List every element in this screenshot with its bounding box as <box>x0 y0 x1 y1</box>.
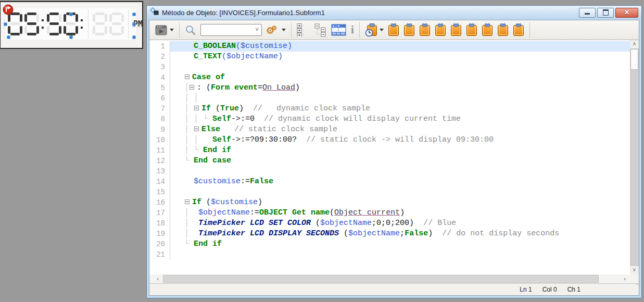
code-line[interactable]: 21 <box>149 249 630 260</box>
token-guide: └ <box>175 240 194 248</box>
code-line[interactable]: 20 └ End if <box>149 239 630 249</box>
code-line[interactable]: 3 <box>149 62 630 72</box>
code-text[interactable]: │ TimePicker LCD SET COLOR ($objectName;… <box>170 218 630 229</box>
code-text[interactable]: └ End case <box>170 156 630 166</box>
scroll-down-icon[interactable]: ˅ <box>630 266 639 274</box>
chevron-down-icon[interactable]: ˅ <box>256 26 259 32</box>
clipboard-button[interactable] <box>496 22 510 38</box>
code-line[interactable]: 18 │ TimePicker LCD SET COLOR ($objectNa… <box>149 218 630 229</box>
form-editor-panel: PMPM <box>0 1 143 49</box>
run-dropdown-arrow[interactable] <box>170 29 174 31</box>
code-line[interactable]: 6 │ │ <box>149 93 630 104</box>
clipboard-button[interactable] <box>480 22 495 38</box>
fold-toggle-icon[interactable] <box>190 85 194 90</box>
horizontal-scroll-thumb[interactable] <box>163 275 599 283</box>
code-line[interactable]: 14 $customise:=False <box>149 177 630 187</box>
code-line[interactable]: 12 └ End case <box>149 156 630 166</box>
code-line[interactable]: 13 <box>149 166 630 177</box>
code-line[interactable]: 7 │ If (True) // dynamic clock sample <box>149 104 630 114</box>
clipboard-button[interactable] <box>433 22 448 38</box>
code-line[interactable]: 5 │: (Form event=On Load) <box>149 83 630 93</box>
object-method-badge-icon[interactable] <box>3 4 14 17</box>
code-text[interactable] <box>170 62 630 72</box>
selection-handle[interactable] <box>132 12 136 16</box>
code-line[interactable]: 16 If ($customise) <box>149 197 630 208</box>
info-button[interactable]: i <box>349 22 356 38</box>
titlebar[interactable]: Método de Objeto: [INVOICES].Formulario1… <box>147 6 641 19</box>
clipboard-button[interactable] <box>449 22 463 38</box>
desktop: { "form_panel": { "clock": { "hours": "0… <box>0 0 644 302</box>
code-line[interactable]: 8 │ │ └ Self->:=0 // dynamic clock will … <box>149 114 630 124</box>
scroll-right-icon[interactable]: › <box>621 274 629 283</box>
vertical-scrollbar[interactable]: ˄ ˅ <box>630 40 639 274</box>
form-preview-button[interactable] <box>330 22 348 38</box>
macros-button[interactable]: ⚙⚙ <box>264 22 287 38</box>
selection-handle[interactable] <box>132 35 136 39</box>
selection-handle[interactable] <box>132 22 136 26</box>
code-line[interactable]: 10 │ │ Self->:=?09:30:00? // static cloc… <box>149 135 630 145</box>
selection-handle[interactable] <box>7 35 10 39</box>
token-guide <box>175 198 184 207</box>
scroll-up-icon[interactable]: ˄ <box>630 40 639 48</box>
clipboard-button[interactable] <box>386 22 401 38</box>
selection-handle[interactable] <box>69 35 73 39</box>
clipboard-button[interactable] <box>402 22 416 38</box>
maximize-button[interactable] <box>597 8 614 18</box>
line-number: 16 <box>149 197 170 208</box>
clipboard-button[interactable] <box>511 22 526 38</box>
code-text[interactable]: └ End if <box>170 239 630 249</box>
scroll-left-icon[interactable]: ‹ <box>154 274 162 283</box>
code-text[interactable]: │ │ Self->:=?09:30:00? // static clock -… <box>170 135 630 145</box>
search-button[interactable] <box>183 22 198 38</box>
code-line[interactable]: 11 │ └ End if <box>149 145 630 156</box>
code-text[interactable]: │ │ └ Self->:=0 // dynamic clock will di… <box>170 114 630 124</box>
code-line[interactable]: 9 │ Else // static clock sample <box>149 124 630 135</box>
code-line[interactable]: 4 Case of <box>149 72 630 83</box>
macros-dropdown-arrow[interactable] <box>282 29 286 31</box>
clipboard-button[interactable] <box>418 22 432 38</box>
code-line[interactable]: 15 <box>149 187 630 197</box>
vertical-scroll-thumb[interactable] <box>630 49 638 70</box>
code-text[interactable]: $customise:=False <box>170 177 630 187</box>
run-method-button[interactable] <box>153 22 175 38</box>
horizontal-scrollbar[interactable]: ‹ › <box>149 274 630 283</box>
code-text[interactable]: C_TEXT($objectName) <box>170 52 630 62</box>
code-viewport[interactable]: 1 C_BOOLEAN($customise)2 C_TEXT($objectN… <box>149 40 630 274</box>
fold-toggle-icon[interactable] <box>194 127 199 131</box>
close-button[interactable]: ✕ <box>615 8 638 18</box>
clipboard-button[interactable] <box>464 22 479 38</box>
code-text[interactable]: │: (Form event=On Load) <box>170 83 630 93</box>
collapse-all-button[interactable] <box>312 22 329 38</box>
resize-grip[interactable] <box>635 280 640 285</box>
search-combobox[interactable]: ˅ <box>200 24 262 36</box>
search-input[interactable] <box>203 26 256 35</box>
code-line[interactable]: 19 │ TimePicker LCD DISPLAY SECONDS ($ob… <box>149 229 630 239</box>
fold-toggle-icon[interactable] <box>185 74 190 79</box>
code-text[interactable]: If ($customise) <box>170 197 630 208</box>
code-text[interactable]: │ If (True) // dynamic clock sample <box>170 104 630 114</box>
clipboard-history-dropdown-arrow[interactable] <box>380 29 384 31</box>
selection-handle[interactable] <box>69 12 73 16</box>
lcd-timepicker-widget[interactable]: PMPM <box>6 8 136 40</box>
code-text[interactable] <box>170 166 630 177</box>
fold-toggle-icon[interactable] <box>194 106 199 110</box>
expand-all-button[interactable] <box>295 22 311 38</box>
code-text[interactable] <box>170 187 630 197</box>
clipboard-history-button[interactable] <box>363 22 385 38</box>
code-text[interactable]: │ │ <box>170 93 630 104</box>
code-text[interactable]: │ TimePicker LCD DISPLAY SECONDS ($objec… <box>170 229 630 239</box>
code-line[interactable]: 1 C_BOOLEAN($customise) <box>149 41 630 52</box>
code-text[interactable]: │ $objectName:=OBJECT Get name(Object cu… <box>170 208 630 218</box>
code-text[interactable] <box>170 249 630 260</box>
code-line[interactable]: 17 │ $objectName:=OBJECT Get name(Object… <box>149 208 630 218</box>
fold-toggle-icon[interactable] <box>185 199 190 204</box>
token-guide: └ <box>175 156 194 165</box>
code-text[interactable]: C_BOOLEAN($customise) <box>170 41 630 52</box>
code-line[interactable]: 2 C_TEXT($objectName) <box>149 52 630 62</box>
code-text[interactable]: │ └ End if <box>170 145 630 156</box>
clipboard-icon <box>388 23 399 36</box>
selection-handle[interactable] <box>4 22 7 26</box>
code-text[interactable]: Case of <box>170 72 630 83</box>
minimize-button[interactable] <box>579 8 596 18</box>
code-text[interactable]: │ Else // static clock sample <box>170 124 630 135</box>
